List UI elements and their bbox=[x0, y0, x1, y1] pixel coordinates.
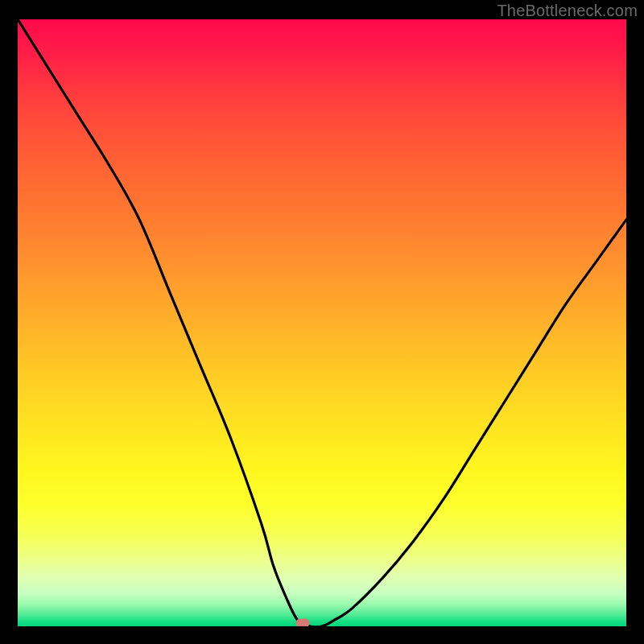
plot-area bbox=[18, 19, 626, 626]
bottleneck-curve bbox=[18, 19, 626, 626]
watermark-text: TheBottleneck.com bbox=[497, 2, 638, 20]
chart-frame: TheBottleneck.com bbox=[0, 0, 644, 644]
optimal-point-marker bbox=[295, 619, 309, 627]
